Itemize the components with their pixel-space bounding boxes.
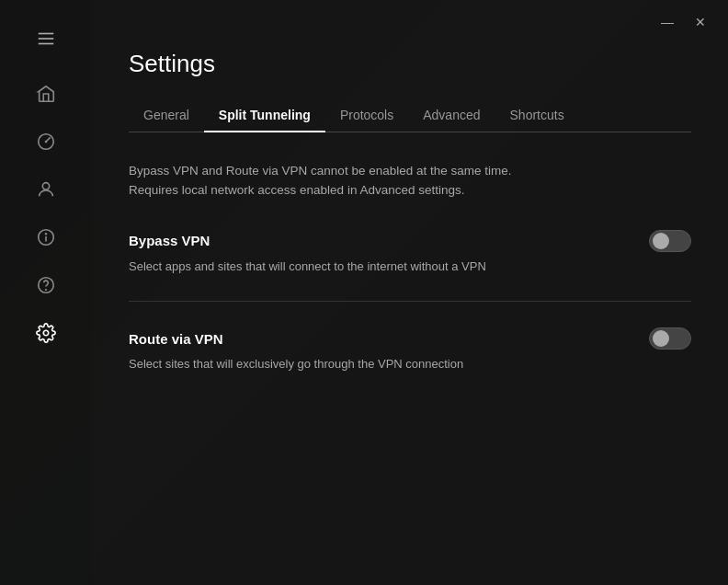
tab-split-tunneling[interactable]: Split Tunneling: [204, 100, 325, 132]
settings-content: Settings General Split Tunneling Protoco…: [92, 35, 728, 585]
route-via-vpn-description: Select sites that will exclusively go th…: [129, 355, 570, 373]
sidebar-item-account[interactable]: [26, 169, 66, 210]
warning-message: Bypass VPN and Route via VPN cannot be e…: [129, 162, 691, 201]
section-divider: [129, 301, 691, 302]
route-via-vpn-label: Route via VPN: [129, 331, 223, 347]
minimize-button[interactable]: —: [654, 9, 680, 35]
route-via-vpn-row: Route via VPN Select sites that will exc…: [129, 327, 691, 373]
bypass-vpn-toggle[interactable]: [649, 230, 691, 252]
route-via-vpn-header: Route via VPN: [129, 327, 691, 350]
bypass-vpn-knob: [653, 233, 669, 249]
bypass-vpn-label: Bypass VPN: [129, 233, 210, 248]
route-via-vpn-toggle[interactable]: [649, 327, 691, 350]
bypass-vpn-row: Bypass VPN Select apps and sites that wi…: [129, 230, 691, 276]
sidebar-item-settings[interactable]: [26, 313, 66, 353]
svg-point-10: [46, 290, 47, 291]
route-via-vpn-knob: [653, 330, 669, 347]
bypass-vpn-description: Select apps and sites that will connect …: [129, 258, 570, 276]
svg-point-11: [43, 330, 49, 336]
svg-point-4: [45, 141, 48, 143]
sidebar-item-help[interactable]: [26, 265, 66, 305]
title-bar: — ✕: [92, 0, 728, 35]
main-panel: — ✕ Settings General Split Tunneling Pro…: [92, 0, 728, 585]
svg-point-8: [46, 234, 47, 235]
tab-protocols[interactable]: Protocols: [325, 100, 408, 132]
svg-point-5: [42, 183, 49, 189]
page-title: Settings: [129, 50, 691, 78]
tab-general[interactable]: General: [129, 100, 204, 132]
tabs-bar: General Split Tunneling Protocols Advanc…: [129, 100, 691, 132]
sidebar-item-info[interactable]: [26, 217, 66, 258]
sidebar-item-home[interactable]: [26, 74, 66, 114]
sidebar-menu-button[interactable]: [26, 18, 66, 59]
tab-shortcuts[interactable]: Shortcuts: [495, 100, 579, 132]
tab-advanced[interactable]: Advanced: [408, 100, 495, 132]
bypass-vpn-header: Bypass VPN: [129, 230, 691, 252]
sidebar: [0, 0, 92, 585]
close-button[interactable]: ✕: [688, 9, 713, 35]
sidebar-item-speed[interactable]: [26, 121, 66, 162]
